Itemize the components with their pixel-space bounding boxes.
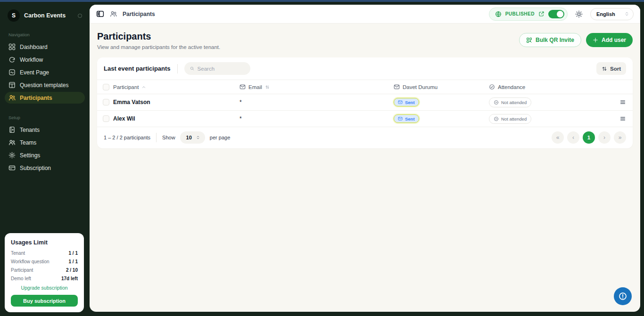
column-label: Participant: [113, 84, 139, 90]
sidebar-item-workflow[interactable]: Workflow: [5, 54, 85, 65]
participants-breadcrumb-icon: [110, 10, 117, 17]
usage-row-workflow-question: Workflow question 1 / 1: [11, 259, 78, 264]
participants-icon: [8, 94, 16, 101]
usage-label: Tenant: [11, 251, 25, 256]
sidebar-item-teams[interactable]: Teams: [5, 137, 85, 148]
mail-icon: [398, 100, 403, 105]
invite-status-label: Sent: [405, 100, 415, 105]
invite-status-badge: Sent: [394, 114, 419, 123]
sidebar-item-tenants[interactable]: Tenants: [5, 124, 85, 136]
published-toggle[interactable]: [548, 10, 564, 18]
search-box[interactable]: [184, 62, 250, 75]
per-page-label: per page: [210, 135, 230, 140]
column-header-invite-status[interactable]: Davet Durumu: [394, 84, 489, 90]
sort-arrows-icon: [602, 66, 607, 72]
usage-value: 1 / 1: [69, 251, 78, 256]
subscription-icon: [8, 164, 16, 171]
row-menu-icon[interactable]: [619, 99, 626, 105]
pagination-range-text: 1 – 2 / 2 participants: [104, 135, 150, 140]
plus-icon: [593, 37, 598, 43]
sidebar-item-label: Settings: [20, 152, 40, 159]
attendance-label: Not attended: [501, 100, 527, 105]
sidebar-item-label: Question templates: [20, 82, 68, 89]
radio-circle-icon: [494, 116, 499, 122]
add-user-button[interactable]: Add user: [586, 33, 633, 47]
page-size-value: 10: [186, 135, 192, 140]
sidebar-item-label: Workflow: [20, 57, 43, 63]
sidebar-item-dashboard[interactable]: Dashboard: [5, 41, 85, 53]
sort-button[interactable]: Sort: [596, 62, 626, 75]
brand-row: S Carbon Events: [5, 8, 85, 22]
nav-section-label: Setup: [8, 115, 85, 120]
pagination-current-page[interactable]: 1: [583, 131, 595, 144]
published-status-pill[interactable]: PUBLISHED: [489, 8, 568, 21]
usage-row-tenant: Tenant 1 / 1: [11, 251, 78, 256]
caret-up-icon: [141, 85, 146, 89]
row-checkbox[interactable]: [103, 115, 109, 122]
external-link-icon[interactable]: [538, 11, 545, 17]
column-header-participant[interactable]: Participant: [113, 84, 239, 90]
column-label: Attendance: [498, 84, 525, 90]
nav-section-label: Navigation: [8, 32, 85, 37]
sidebar-item-question-templates[interactable]: Question templates: [5, 79, 85, 91]
sidebar-item-settings[interactable]: Settings: [5, 149, 85, 161]
breadcrumb: Participants: [123, 11, 155, 17]
usage-value: 2 / 10: [66, 267, 78, 273]
row-menu-icon[interactable]: [619, 115, 626, 122]
search-icon: [190, 65, 194, 72]
search-input[interactable]: [198, 66, 245, 72]
sidebar-collapse-icon[interactable]: [78, 14, 82, 18]
sidebar-item-label: Subscription: [20, 165, 51, 171]
mail-icon: [394, 84, 400, 90]
table-header-row: Participant Email Davet Durumu Attendanc…: [97, 80, 633, 94]
page-title: Participants: [97, 31, 220, 42]
pagination-next-button[interactable]: ›: [598, 131, 611, 144]
table-row[interactable]: Emma Vatson * Sent Not attended: [97, 94, 633, 110]
chevrons-updown-icon: [196, 135, 200, 140]
usage-row-demo-left: Demo left 17d left: [11, 276, 78, 281]
buy-subscription-button[interactable]: Buy subscription: [11, 295, 78, 307]
sidebar-item-event-page[interactable]: Event Page: [5, 66, 85, 78]
sidebar: S Carbon Events Navigation Dashboard Wor…: [0, 2, 90, 316]
divider: [156, 133, 157, 142]
column-header-email[interactable]: Email: [239, 84, 394, 90]
table-row[interactable]: Alex Wil * Sent Not attended: [97, 110, 633, 127]
column-header-attendance[interactable]: Attendance: [489, 84, 607, 90]
dashboard-icon: [8, 43, 16, 50]
help-button[interactable]: [614, 287, 632, 305]
sidebar-item-label: Dashboard: [20, 44, 48, 50]
upgrade-subscription-link[interactable]: Upgrade subscription: [11, 285, 78, 291]
brand-name: Carbon Events: [24, 12, 74, 19]
table-footer: 1 – 2 / 2 participants Show 10 per page …: [97, 127, 633, 148]
pagination-last-button[interactable]: »: [614, 131, 626, 144]
participants-table-card: Last event participants Sort Participant: [97, 57, 633, 148]
select-all-checkbox[interactable]: [103, 84, 109, 90]
sort-label: Sort: [610, 66, 621, 72]
participant-name: Alex Wil: [113, 115, 239, 122]
check-circle-icon: [489, 84, 495, 90]
column-label: Davet Durumu: [403, 84, 438, 90]
info-icon: [618, 292, 627, 301]
usage-label: Workflow question: [11, 259, 50, 264]
theme-toggle-icon[interactable]: [575, 10, 583, 18]
usage-row-participant: Participant 2 / 10: [11, 267, 78, 273]
table-title: Last event participants: [104, 65, 171, 72]
row-checkbox[interactable]: [103, 99, 109, 105]
add-user-label: Add user: [602, 37, 626, 43]
show-label: Show: [162, 135, 175, 140]
question-templates-icon: [8, 81, 16, 89]
sidebar-item-participants[interactable]: Participants: [5, 92, 85, 104]
sidebar-item-label: Participants: [20, 95, 52, 101]
bulk-qr-invite-button[interactable]: Bulk QR Invite: [519, 33, 581, 47]
language-select[interactable]: English: [590, 8, 634, 20]
pagination-prev-button[interactable]: ‹: [567, 131, 579, 144]
language-value: English: [596, 11, 615, 17]
tenants-icon: [8, 126, 16, 133]
participant-name: Emma Vatson: [113, 99, 239, 105]
sidebar-item-subscription[interactable]: Subscription: [5, 162, 85, 174]
page-size-select[interactable]: 10: [180, 131, 205, 144]
invite-status-label: Sent: [405, 116, 415, 122]
workflow-icon: [8, 56, 16, 63]
sidebar-toggle-icon[interactable]: [96, 10, 104, 18]
pagination-first-button[interactable]: «: [552, 131, 564, 144]
